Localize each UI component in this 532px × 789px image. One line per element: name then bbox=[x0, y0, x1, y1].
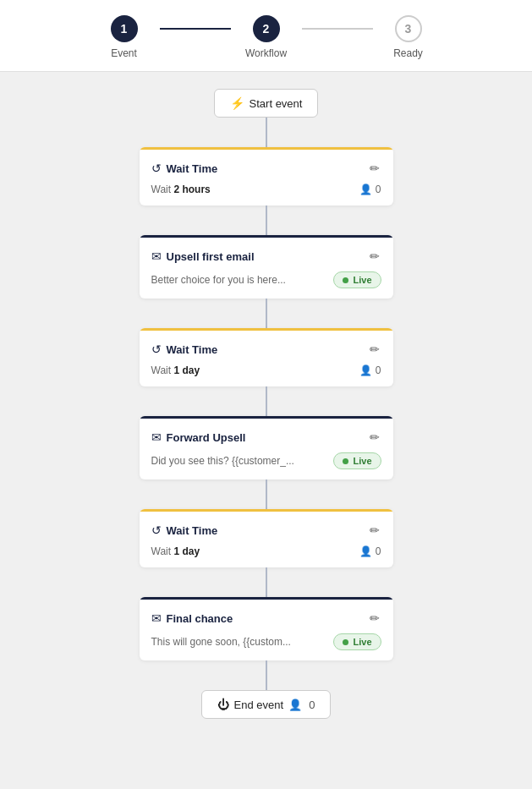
person-count-2: 👤 0 bbox=[359, 364, 381, 376]
person-count-3: 👤 0 bbox=[359, 545, 381, 557]
email-desc-3: This will gone soon, {{custom... bbox=[151, 636, 291, 648]
edit-button-card-4[interactable]: ✏ bbox=[368, 429, 381, 446]
connector-1-2 bbox=[160, 28, 231, 30]
connector-line-2 bbox=[266, 205, 267, 235]
stepper: 1 Event 2 Workflow 3 Ready bbox=[0, 0, 532, 72]
step-event[interactable]: 1 Event bbox=[89, 15, 160, 59]
connector-line-5 bbox=[266, 479, 267, 509]
live-dot-1 bbox=[343, 277, 348, 283]
start-event-label: Start event bbox=[250, 97, 303, 110]
email-desc-1: Better choice for you is here... bbox=[151, 274, 286, 286]
wait-icon-1: ↺ bbox=[151, 162, 162, 175]
wait-desc-1: Wait 2 hours bbox=[151, 184, 211, 195]
step-3-label: Ready bbox=[393, 47, 423, 59]
end-event-label: End event bbox=[234, 699, 284, 711]
wait-card-3: ↺ Wait Time ✏ Wait 1 day 👤 0 bbox=[140, 509, 393, 567]
email-icon-1: ✉ bbox=[151, 249, 162, 263]
wait-title-1: Wait Time bbox=[167, 162, 218, 175]
live-dot-2 bbox=[343, 458, 348, 464]
email-title-1: Upsell first email bbox=[167, 250, 255, 263]
workflow-canvas: ⚡ Start event ↺ Wait Time ✏ Wait 2 hours… bbox=[0, 72, 532, 761]
edit-button-card-1[interactable]: ✏ bbox=[368, 160, 381, 177]
email-title-3: Final chance bbox=[167, 612, 233, 625]
edit-button-card-5[interactable]: ✏ bbox=[368, 522, 381, 539]
step-2-label: Workflow bbox=[245, 47, 287, 59]
step-3-circle: 3 bbox=[395, 15, 422, 42]
email-title-2: Forward Upsell bbox=[167, 431, 246, 444]
live-badge-2: Live bbox=[333, 452, 381, 469]
edit-button-card-3[interactable]: ✏ bbox=[368, 341, 381, 358]
connector-line-7 bbox=[266, 660, 267, 690]
email-card-3: ✉ Final chance ✏ This will gone soon, {{… bbox=[140, 597, 393, 660]
step-ready[interactable]: 3 Ready bbox=[373, 15, 444, 59]
connector-line-4 bbox=[266, 386, 267, 416]
email-icon-2: ✉ bbox=[151, 430, 162, 444]
connector-line-6 bbox=[266, 567, 267, 597]
connector-line-3 bbox=[266, 299, 267, 328]
email-card-2: ✉ Forward Upsell ✏ Did you see this? {{c… bbox=[140, 416, 393, 479]
step-2-circle: 2 bbox=[253, 15, 280, 42]
edit-button-card-2[interactable]: ✏ bbox=[368, 248, 381, 265]
wait-icon-2: ↺ bbox=[151, 342, 162, 356]
live-badge-3: Live bbox=[333, 633, 381, 650]
connector-2-3 bbox=[302, 28, 373, 30]
wait-card-2: ↺ Wait Time ✏ Wait 1 day 👤 0 bbox=[140, 328, 393, 386]
wait-card-1: ↺ Wait Time ✏ Wait 2 hours 👤 0 bbox=[140, 147, 393, 205]
edit-button-card-6[interactable]: ✏ bbox=[368, 610, 381, 627]
end-event-button[interactable]: ⏻ End event 👤 0 bbox=[201, 690, 332, 719]
wait-title-2: Wait Time bbox=[167, 343, 218, 356]
end-event-count: 0 bbox=[309, 699, 315, 711]
start-event-button[interactable]: ⚡ Start event bbox=[214, 89, 319, 118]
email-icon-3: ✉ bbox=[151, 611, 162, 625]
live-dot-3 bbox=[343, 639, 348, 645]
wait-title-3: Wait Time bbox=[167, 524, 218, 537]
person-icon-end: 👤 bbox=[288, 699, 302, 711]
step-workflow[interactable]: 2 Workflow bbox=[231, 15, 302, 59]
step-1-label: Event bbox=[111, 47, 137, 59]
wait-desc-3: Wait 1 day bbox=[151, 545, 200, 557]
person-icon-1: 👤 bbox=[359, 184, 372, 195]
email-desc-2: Did you see this? {{customer_... bbox=[151, 455, 294, 467]
wait-icon-3: ↺ bbox=[151, 523, 162, 537]
power-icon: ⏻ bbox=[217, 698, 229, 711]
email-card-1: ✉ Upsell first email ✏ Better choice for… bbox=[140, 235, 393, 299]
person-icon-3: 👤 bbox=[359, 545, 372, 557]
wait-desc-2: Wait 1 day bbox=[151, 364, 200, 376]
lightning-icon: ⚡ bbox=[230, 96, 244, 110]
live-badge-1: Live bbox=[333, 271, 381, 288]
connector-line bbox=[266, 118, 267, 147]
person-count-1: 👤 0 bbox=[359, 184, 381, 195]
person-icon-2: 👤 bbox=[359, 364, 372, 376]
step-1-circle: 1 bbox=[111, 15, 138, 42]
